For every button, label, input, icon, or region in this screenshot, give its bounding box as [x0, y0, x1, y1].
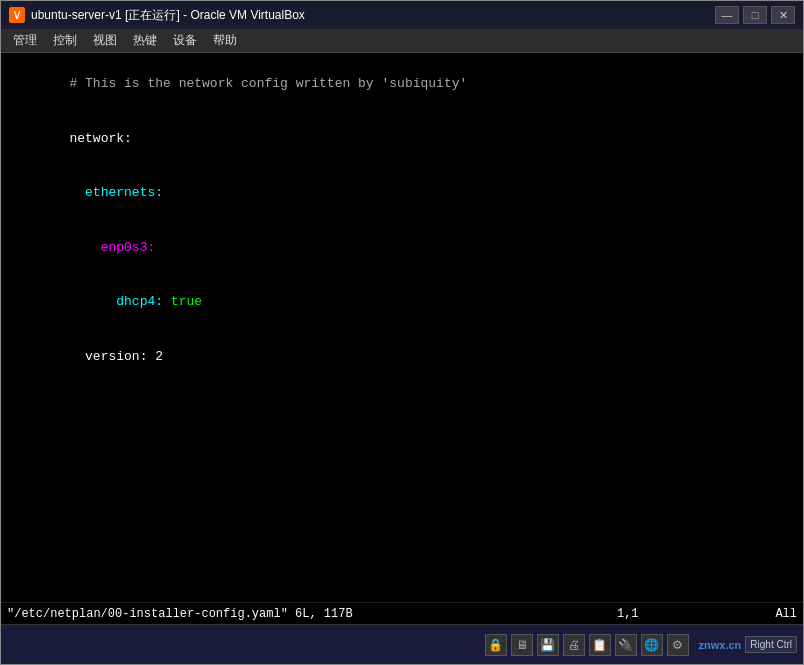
watermark-text: znwx.cn	[699, 639, 742, 651]
title-bar-left: V ubuntu-server-v1 [正在运行] - Oracle VM Vi…	[9, 7, 305, 24]
menu-manage[interactable]: 管理	[5, 30, 45, 51]
menu-help[interactable]: 帮助	[205, 30, 245, 51]
taskbar-icon-6[interactable]: 🔌	[615, 634, 637, 656]
window-controls: — □ ✕	[715, 6, 795, 24]
taskbar-right: 🔒 🖥 💾 🖨 📋 🔌 🌐 ⚙ znwx.cn Right Ctrl	[485, 634, 797, 656]
app-icon-text: V	[14, 10, 21, 21]
line3-text: ethernets:	[69, 185, 163, 200]
title-bar: V ubuntu-server-v1 [正在运行] - Oracle VM Vi…	[1, 1, 803, 29]
line1-text: # This is the network config written by …	[69, 76, 467, 91]
taskbar-icon-8[interactable]: ⚙	[667, 634, 689, 656]
close-button[interactable]: ✕	[771, 6, 795, 24]
status-file-info: "/etc/netplan/00-installer-config.yaml" …	[7, 607, 353, 621]
terminal-line-2: network:	[7, 112, 797, 167]
taskbar-icon-4[interactable]: 🖨	[563, 634, 585, 656]
terminal-line-6: version: 2	[7, 330, 797, 385]
taskbar: 🔒 🖥 💾 🖨 📋 🔌 🌐 ⚙ znwx.cn Right Ctrl	[1, 624, 803, 664]
line5-value: true	[171, 294, 202, 309]
terminal-line-3: ethernets:	[7, 166, 797, 221]
app-icon: V	[9, 7, 25, 23]
line6-text: version: 2	[69, 349, 163, 364]
taskbar-icon-2[interactable]: 🖥	[511, 634, 533, 656]
minimize-button[interactable]: —	[715, 6, 739, 24]
menu-bar: 管理 控制 视图 热键 设备 帮助	[1, 29, 803, 53]
terminal-status-bar: "/etc/netplan/00-installer-config.yaml" …	[1, 602, 803, 624]
cursor-position: 1,1	[617, 607, 639, 621]
taskbar-icon-3[interactable]: 💾	[537, 634, 559, 656]
taskbar-icon-5[interactable]: 📋	[589, 634, 611, 656]
terminal-line-5: dhcp4: true	[7, 275, 797, 330]
main-window: V ubuntu-server-v1 [正在运行] - Oracle VM Vi…	[0, 0, 804, 665]
terminal-content: # This is the network config written by …	[1, 53, 803, 602]
menu-control[interactable]: 控制	[45, 30, 85, 51]
window-title: ubuntu-server-v1 [正在运行] - Oracle VM Virt…	[31, 7, 305, 24]
status-position: 1,1 All	[617, 607, 797, 621]
taskbar-icon-1[interactable]: 🔒	[485, 634, 507, 656]
line5-key: dhcp4:	[69, 294, 170, 309]
menu-view[interactable]: 视图	[85, 30, 125, 51]
taskbar-icon-7[interactable]: 🌐	[641, 634, 663, 656]
scroll-indicator: All	[775, 607, 797, 621]
terminal-area[interactable]: # This is the network config written by …	[1, 53, 803, 624]
right-ctrl-label: Right Ctrl	[745, 636, 797, 653]
line4-text: enp0s3:	[69, 240, 155, 255]
line2-text: network:	[69, 131, 131, 146]
menu-devices[interactable]: 设备	[165, 30, 205, 51]
terminal-line-1: # This is the network config written by …	[7, 57, 797, 112]
terminal-line-4: enp0s3:	[7, 221, 797, 276]
maximize-button[interactable]: □	[743, 6, 767, 24]
menu-hotkey[interactable]: 热键	[125, 30, 165, 51]
